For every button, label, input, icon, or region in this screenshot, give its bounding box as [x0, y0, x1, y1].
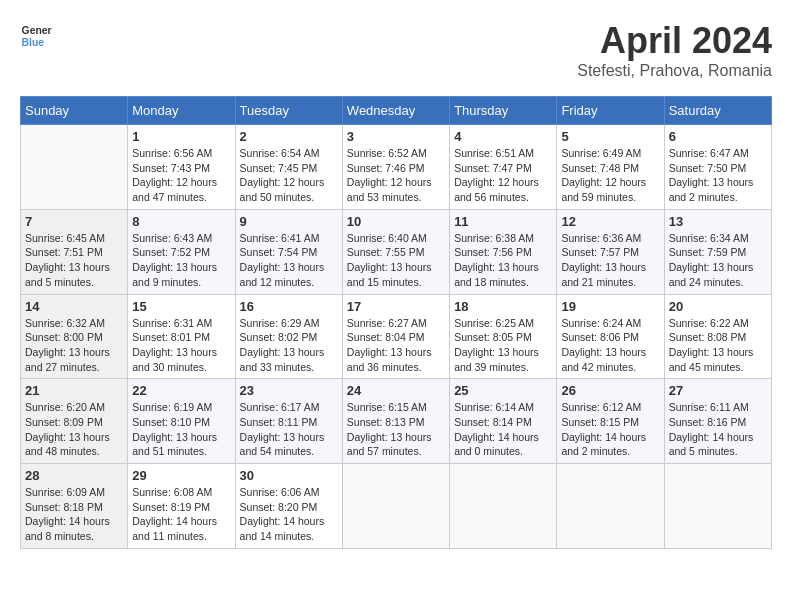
- day-number: 9: [240, 214, 338, 229]
- calendar-cell: 22Sunrise: 6:19 AM Sunset: 8:10 PM Dayli…: [128, 379, 235, 464]
- day-info: Sunrise: 6:40 AM Sunset: 7:55 PM Dayligh…: [347, 231, 445, 290]
- calendar-cell: 27Sunrise: 6:11 AM Sunset: 8:16 PM Dayli…: [664, 379, 771, 464]
- day-number: 1: [132, 129, 230, 144]
- day-info: Sunrise: 6:22 AM Sunset: 8:08 PM Dayligh…: [669, 316, 767, 375]
- month-title: April 2024: [577, 20, 772, 62]
- day-info: Sunrise: 6:54 AM Sunset: 7:45 PM Dayligh…: [240, 146, 338, 205]
- day-info: Sunrise: 6:51 AM Sunset: 7:47 PM Dayligh…: [454, 146, 552, 205]
- day-info: Sunrise: 6:08 AM Sunset: 8:19 PM Dayligh…: [132, 485, 230, 544]
- calendar-cell: 17Sunrise: 6:27 AM Sunset: 8:04 PM Dayli…: [342, 294, 449, 379]
- day-info: Sunrise: 6:41 AM Sunset: 7:54 PM Dayligh…: [240, 231, 338, 290]
- day-info: Sunrise: 6:47 AM Sunset: 7:50 PM Dayligh…: [669, 146, 767, 205]
- calendar-cell: 18Sunrise: 6:25 AM Sunset: 8:05 PM Dayli…: [450, 294, 557, 379]
- day-number: 11: [454, 214, 552, 229]
- day-number: 15: [132, 299, 230, 314]
- calendar-cell: 7Sunrise: 6:45 AM Sunset: 7:51 PM Daylig…: [21, 209, 128, 294]
- calendar-cell: 1Sunrise: 6:56 AM Sunset: 7:43 PM Daylig…: [128, 125, 235, 210]
- day-info: Sunrise: 6:56 AM Sunset: 7:43 PM Dayligh…: [132, 146, 230, 205]
- day-info: Sunrise: 6:12 AM Sunset: 8:15 PM Dayligh…: [561, 400, 659, 459]
- calendar-cell: 13Sunrise: 6:34 AM Sunset: 7:59 PM Dayli…: [664, 209, 771, 294]
- calendar-cell: [664, 464, 771, 549]
- day-number: 28: [25, 468, 123, 483]
- calendar-cell: 15Sunrise: 6:31 AM Sunset: 8:01 PM Dayli…: [128, 294, 235, 379]
- day-number: 19: [561, 299, 659, 314]
- day-info: Sunrise: 6:45 AM Sunset: 7:51 PM Dayligh…: [25, 231, 123, 290]
- day-number: 13: [669, 214, 767, 229]
- day-number: 2: [240, 129, 338, 144]
- day-info: Sunrise: 6:27 AM Sunset: 8:04 PM Dayligh…: [347, 316, 445, 375]
- day-number: 30: [240, 468, 338, 483]
- calendar-cell: 4Sunrise: 6:51 AM Sunset: 7:47 PM Daylig…: [450, 125, 557, 210]
- calendar-cell: 29Sunrise: 6:08 AM Sunset: 8:19 PM Dayli…: [128, 464, 235, 549]
- day-info: Sunrise: 6:09 AM Sunset: 8:18 PM Dayligh…: [25, 485, 123, 544]
- day-number: 29: [132, 468, 230, 483]
- day-info: Sunrise: 6:36 AM Sunset: 7:57 PM Dayligh…: [561, 231, 659, 290]
- day-number: 5: [561, 129, 659, 144]
- day-number: 20: [669, 299, 767, 314]
- day-number: 18: [454, 299, 552, 314]
- calendar-cell: [21, 125, 128, 210]
- calendar-cell: 24Sunrise: 6:15 AM Sunset: 8:13 PM Dayli…: [342, 379, 449, 464]
- calendar-cell: 14Sunrise: 6:32 AM Sunset: 8:00 PM Dayli…: [21, 294, 128, 379]
- day-info: Sunrise: 6:43 AM Sunset: 7:52 PM Dayligh…: [132, 231, 230, 290]
- calendar-cell: 30Sunrise: 6:06 AM Sunset: 8:20 PM Dayli…: [235, 464, 342, 549]
- day-info: Sunrise: 6:14 AM Sunset: 8:14 PM Dayligh…: [454, 400, 552, 459]
- day-number: 22: [132, 383, 230, 398]
- logo-icon: General Blue: [20, 20, 52, 52]
- day-number: 12: [561, 214, 659, 229]
- day-info: Sunrise: 6:19 AM Sunset: 8:10 PM Dayligh…: [132, 400, 230, 459]
- calendar-cell: 21Sunrise: 6:20 AM Sunset: 8:09 PM Dayli…: [21, 379, 128, 464]
- day-info: Sunrise: 6:11 AM Sunset: 8:16 PM Dayligh…: [669, 400, 767, 459]
- calendar-cell: 20Sunrise: 6:22 AM Sunset: 8:08 PM Dayli…: [664, 294, 771, 379]
- calendar-week-1: 1Sunrise: 6:56 AM Sunset: 7:43 PM Daylig…: [21, 125, 772, 210]
- title-area: April 2024 Stefesti, Prahova, Romania: [577, 20, 772, 80]
- day-number: 4: [454, 129, 552, 144]
- day-info: Sunrise: 6:32 AM Sunset: 8:00 PM Dayligh…: [25, 316, 123, 375]
- day-info: Sunrise: 6:17 AM Sunset: 8:11 PM Dayligh…: [240, 400, 338, 459]
- calendar-cell: 9Sunrise: 6:41 AM Sunset: 7:54 PM Daylig…: [235, 209, 342, 294]
- day-info: Sunrise: 6:25 AM Sunset: 8:05 PM Dayligh…: [454, 316, 552, 375]
- day-info: Sunrise: 6:52 AM Sunset: 7:46 PM Dayligh…: [347, 146, 445, 205]
- weekday-sunday: Sunday: [21, 97, 128, 125]
- calendar-cell: 5Sunrise: 6:49 AM Sunset: 7:48 PM Daylig…: [557, 125, 664, 210]
- calendar-cell: 8Sunrise: 6:43 AM Sunset: 7:52 PM Daylig…: [128, 209, 235, 294]
- day-number: 26: [561, 383, 659, 398]
- day-info: Sunrise: 6:34 AM Sunset: 7:59 PM Dayligh…: [669, 231, 767, 290]
- weekday-thursday: Thursday: [450, 97, 557, 125]
- location-subtitle: Stefesti, Prahova, Romania: [577, 62, 772, 80]
- calendar-week-3: 14Sunrise: 6:32 AM Sunset: 8:00 PM Dayli…: [21, 294, 772, 379]
- logo: General Blue: [20, 20, 52, 52]
- day-number: 17: [347, 299, 445, 314]
- calendar-week-2: 7Sunrise: 6:45 AM Sunset: 7:51 PM Daylig…: [21, 209, 772, 294]
- day-info: Sunrise: 6:24 AM Sunset: 8:06 PM Dayligh…: [561, 316, 659, 375]
- day-number: 8: [132, 214, 230, 229]
- weekday-monday: Monday: [128, 97, 235, 125]
- day-number: 23: [240, 383, 338, 398]
- weekday-saturday: Saturday: [664, 97, 771, 125]
- calendar-cell: [450, 464, 557, 549]
- calendar-cell: 3Sunrise: 6:52 AM Sunset: 7:46 PM Daylig…: [342, 125, 449, 210]
- calendar-cell: [342, 464, 449, 549]
- day-number: 6: [669, 129, 767, 144]
- calendar-cell: 28Sunrise: 6:09 AM Sunset: 8:18 PM Dayli…: [21, 464, 128, 549]
- svg-text:General: General: [22, 25, 52, 36]
- day-info: Sunrise: 6:20 AM Sunset: 8:09 PM Dayligh…: [25, 400, 123, 459]
- day-info: Sunrise: 6:49 AM Sunset: 7:48 PM Dayligh…: [561, 146, 659, 205]
- day-number: 7: [25, 214, 123, 229]
- calendar-week-4: 21Sunrise: 6:20 AM Sunset: 8:09 PM Dayli…: [21, 379, 772, 464]
- calendar-cell: 6Sunrise: 6:47 AM Sunset: 7:50 PM Daylig…: [664, 125, 771, 210]
- calendar-cell: 10Sunrise: 6:40 AM Sunset: 7:55 PM Dayli…: [342, 209, 449, 294]
- weekday-header-row: SundayMondayTuesdayWednesdayThursdayFrid…: [21, 97, 772, 125]
- calendar-cell: 16Sunrise: 6:29 AM Sunset: 8:02 PM Dayli…: [235, 294, 342, 379]
- svg-text:Blue: Blue: [22, 37, 45, 48]
- day-number: 14: [25, 299, 123, 314]
- calendar-cell: 25Sunrise: 6:14 AM Sunset: 8:14 PM Dayli…: [450, 379, 557, 464]
- calendar-cell: [557, 464, 664, 549]
- day-number: 3: [347, 129, 445, 144]
- calendar-cell: 19Sunrise: 6:24 AM Sunset: 8:06 PM Dayli…: [557, 294, 664, 379]
- weekday-wednesday: Wednesday: [342, 97, 449, 125]
- day-info: Sunrise: 6:29 AM Sunset: 8:02 PM Dayligh…: [240, 316, 338, 375]
- weekday-tuesday: Tuesday: [235, 97, 342, 125]
- calendar-body: 1Sunrise: 6:56 AM Sunset: 7:43 PM Daylig…: [21, 125, 772, 549]
- calendar-cell: 26Sunrise: 6:12 AM Sunset: 8:15 PM Dayli…: [557, 379, 664, 464]
